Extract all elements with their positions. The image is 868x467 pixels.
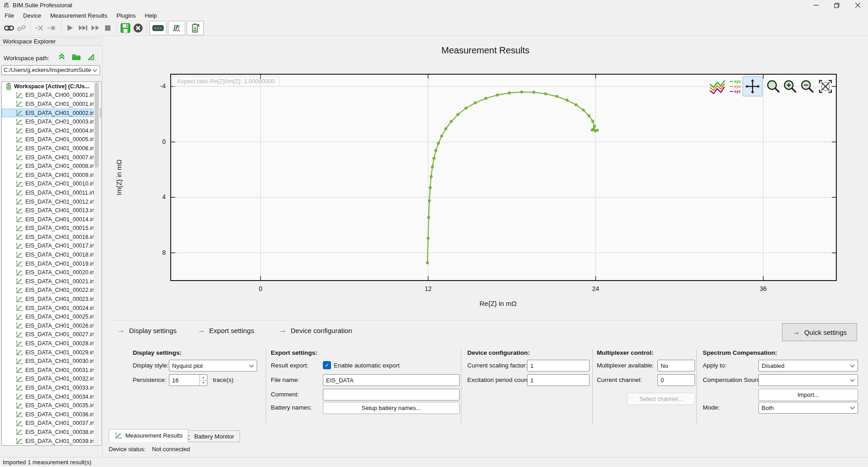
display-settings-link[interactable]: → Display settings	[117, 326, 177, 335]
zoom-in-button[interactable]	[782, 76, 799, 96]
list-item[interactable]: EIS_DATA_CH01_00009.irf	[2, 171, 101, 180]
menu-file[interactable]: File	[0, 10, 19, 20]
workspace-path-combobox[interactable]: C:/Users/g.eckers/InspectrumSuite	[1, 65, 100, 75]
list-item[interactable]: EIS_DATA_CH01_00004.irf	[2, 126, 101, 135]
current-scaling-input[interactable]: 1	[527, 360, 590, 372]
apply-to-select[interactable]: Disabled	[758, 360, 858, 372]
multiplexer-available-field[interactable]: No	[657, 360, 695, 372]
list-item[interactable]: EIS_DATA_CH01_00023.irf	[2, 295, 101, 304]
list-item[interactable]: EIS_DATA_CH01_00030.irf	[2, 357, 101, 366]
list-item[interactable]: EIS_DATA_CH01_00012.irf	[2, 197, 101, 206]
skip-to-end-button[interactable]	[76, 22, 89, 34]
connect-button[interactable]	[3, 22, 15, 34]
list-item[interactable]: EIS_DATA_CH01_00028.irf	[2, 339, 101, 348]
list-item[interactable]: EIS_DATA_CH01_00037.irf	[2, 419, 101, 428]
list-item[interactable]: EIS_DATA_CH01_00016.irf	[2, 233, 101, 242]
device-control-button[interactable]	[149, 21, 167, 35]
file-list-scrollbar-thumb[interactable]	[95, 83, 99, 167]
current-channel-input[interactable]: 0	[657, 374, 695, 386]
stepper-up-icon[interactable]: ▲	[200, 375, 207, 381]
import-button[interactable]: Import...	[758, 389, 858, 401]
list-item[interactable]: EIS_DATA_CH01_00015.irf	[2, 224, 101, 233]
file-name-input[interactable]: EIS_DATA	[323, 374, 460, 386]
workspace-root-item[interactable]: Workspace [Active] (C:/Us...	[2, 82, 101, 91]
list-item[interactable]: EIS_DATA_CH01_00017.irf	[2, 242, 101, 251]
auto-export-checkbox[interactable]: ✓	[323, 361, 331, 369]
eis-curve-icon	[15, 269, 23, 276]
list-item[interactable]: EIS_DATA_CH01_00024.irf	[2, 304, 101, 313]
list-item[interactable]: EIS_DATA_CH01_00013.irf	[2, 206, 101, 215]
list-item[interactable]: EIS_DATA_CH01_00022.irf	[2, 286, 101, 295]
list-item[interactable]: EIS_DATA_CH01_00021.irf	[2, 277, 101, 286]
open-folder-icon[interactable]	[72, 53, 81, 60]
nyquist-plot[interactable]: Aspect ratio Re{Z}/Im{Z}: 1.00000000 xyz…	[170, 74, 837, 281]
menu-measurement-results[interactable]: Measurement Results	[46, 10, 112, 20]
list-item[interactable]: EIS_DATA_CH01_00010.irf	[2, 180, 101, 189]
setup-battery-names-button[interactable]: Setup battery names...	[323, 402, 460, 414]
edit-workspace-icon[interactable]	[87, 53, 94, 60]
curves-tool-button[interactable]	[708, 76, 726, 96]
list-item[interactable]: EIS_DATA_CH01_00032.irf	[2, 375, 101, 384]
list-item[interactable]: EIS_DATA_CH01_00008.irf	[2, 162, 101, 171]
list-item[interactable]: EIS_DATA_CH00_00001.irf	[2, 91, 101, 100]
minimize-button[interactable]	[806, 0, 826, 10]
start-button[interactable]	[63, 22, 76, 34]
excitation-period-input[interactable]: 1	[527, 374, 590, 386]
list-item[interactable]: EIS_DATA_CH01_00007.irf	[2, 153, 101, 162]
list-item[interactable]: EIS_DATA_CH01_00018.irf	[2, 250, 101, 259]
quick-settings-button[interactable]: → Quick settings	[782, 323, 857, 341]
list-item[interactable]: EIS_DATA_CH01_00002.irf	[2, 109, 101, 118]
device-configuration-link[interactable]: → Device configuration	[279, 326, 352, 335]
legend-tool-button[interactable]: xyz xyz xyz	[726, 76, 744, 96]
menu-help[interactable]: Help	[140, 10, 162, 20]
cut-button[interactable]	[33, 22, 46, 34]
list-item[interactable]: EIS_DATA_CH01_00020.irf	[2, 268, 101, 277]
eis-analyzer-button[interactable]: E A	[168, 21, 185, 35]
menu-device[interactable]: Device	[19, 10, 46, 20]
list-item[interactable]: EIS_DATA_CH01_00033.irf	[2, 383, 101, 392]
abort-button[interactable]	[132, 22, 144, 34]
list-item[interactable]: EIS_DATA_CH01_00038.irf	[2, 428, 101, 437]
list-item[interactable]: EIS_DATA_CH01_00039.irf	[2, 437, 101, 446]
fast-forward-button[interactable]	[89, 22, 101, 34]
cut-all-button[interactable]	[46, 22, 58, 34]
list-item[interactable]: EIS_DATA_CH01_00034.irf	[2, 392, 101, 401]
list-item[interactable]: EIS_DATA_CH01_00026.irf	[2, 321, 101, 330]
list-item[interactable]: EIS_DATA_CH01_00005.irf	[2, 135, 101, 144]
save-button[interactable]	[119, 22, 132, 34]
list-item[interactable]: EIS_DATA_CH01_00001.irf	[2, 100, 101, 109]
mode-select[interactable]: Both	[758, 402, 858, 414]
zoom-tool-button[interactable]	[765, 76, 782, 96]
list-item[interactable]: EIS_DATA_CH01_00029.irf	[2, 348, 101, 357]
battery-monitor-button[interactable]	[187, 21, 204, 35]
compensation-source-select[interactable]	[758, 374, 858, 386]
close-button[interactable]	[847, 0, 868, 10]
list-item[interactable]: EIS_DATA_CH01_00014.irf	[2, 215, 101, 224]
display-style-select[interactable]: Nyquist plot	[169, 360, 257, 372]
list-item[interactable]: EIS_DATA_CH01_00025.irf	[2, 312, 101, 321]
list-item[interactable]: EIS_DATA_CH01_00003.irf	[2, 117, 101, 126]
list-item[interactable]: EIS_DATA_CH01_00011.irf	[2, 188, 101, 197]
list-item[interactable]: EIS_DATA_CH01_00027.irf	[2, 330, 101, 339]
pan-tool-button[interactable]	[743, 76, 762, 96]
stop-icon	[104, 24, 111, 32]
menu-plugins[interactable]: Plugins	[112, 10, 140, 20]
comment-input[interactable]	[323, 389, 460, 400]
stepper-down-icon[interactable]: ▼	[200, 381, 207, 386]
zoom-fit-button[interactable]	[816, 76, 835, 96]
persistence-stepper[interactable]: 16 ▲▼	[169, 374, 207, 386]
file-name: EIS_DATA_CH01_00006.irf	[25, 145, 95, 152]
list-item[interactable]: EIS_DATA_CH01_00019.irf	[2, 259, 101, 268]
zoom-out-button[interactable]	[799, 76, 816, 96]
export-settings-link[interactable]: → Export settings	[197, 326, 254, 335]
disconnect-button[interactable]	[15, 22, 28, 34]
collapse-all-icon[interactable]	[58, 52, 66, 60]
list-item[interactable]: EIS_DATA_CH01_00006.irf	[2, 144, 101, 153]
workspace-battery-icon	[5, 82, 12, 90]
list-item[interactable]: EIS_DATA_CH01_00031.irf	[2, 366, 101, 375]
restore-button[interactable]	[826, 0, 847, 10]
list-item[interactable]: EIS_DATA_CH01_00036.irf	[2, 410, 101, 419]
list-item[interactable]: EIS_DATA_CH01_00035.irf	[2, 401, 101, 410]
stop-button[interactable]	[101, 22, 114, 34]
tab-measurement-results[interactable]: Measurement Results	[109, 429, 188, 442]
